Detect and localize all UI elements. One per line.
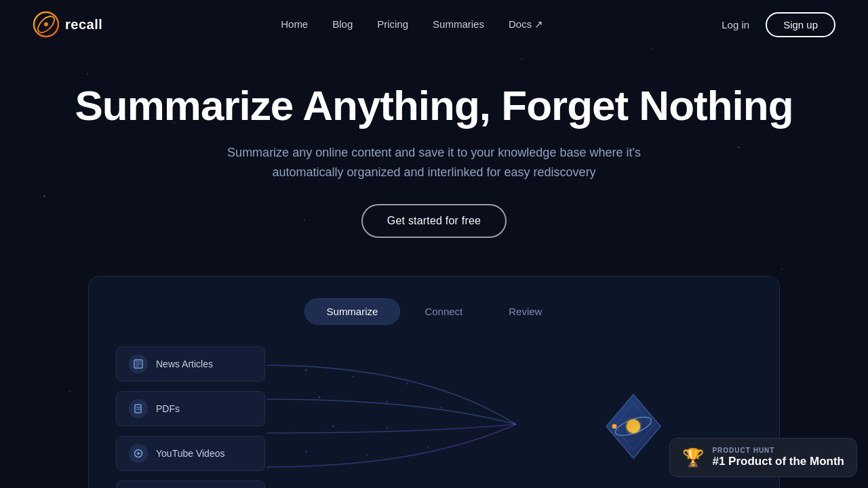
logo[interactable]: recall <box>33 11 102 38</box>
nav-item-blog[interactable]: Blog <box>332 18 353 30</box>
pdf-icon <box>129 399 148 418</box>
svg-marker-11 <box>138 451 141 455</box>
logo-text: recall <box>65 17 102 33</box>
list-item-pdfs: PDFs <box>116 391 265 426</box>
ph-label-bottom: #1 Product of the Month <box>712 455 844 468</box>
nav-links: Home Blog Pricing Summaries Docs ↗ <box>281 18 543 30</box>
svg-point-18 <box>387 401 389 403</box>
nav-right: Log in Sign up <box>722 12 835 37</box>
news-icon <box>129 354 148 373</box>
hero-section: Summarize Anything, Forget Nothing Summa… <box>0 49 868 260</box>
nav-item-summaries[interactable]: Summaries <box>433 18 484 30</box>
nav-item-pricing[interactable]: Pricing <box>377 18 408 30</box>
news-label: News Articles <box>156 359 213 369</box>
product-hunt-badge[interactable]: 🏆 PRODUCT HUNT #1 Product of the Month <box>669 438 857 477</box>
tab-summarize[interactable]: Summarize <box>304 298 401 325</box>
svg-point-15 <box>353 375 355 378</box>
logo-icon <box>33 11 60 38</box>
tab-review[interactable]: Review <box>487 298 564 325</box>
svg-point-2 <box>44 22 48 26</box>
youtube-icon <box>129 444 148 463</box>
ph-text: PRODUCT HUNT #1 Product of the Month <box>712 447 844 468</box>
svg-point-17 <box>319 396 321 398</box>
hero-headline: Summarize Anything, Forget Nothing <box>27 81 841 129</box>
nav-item-docs[interactable]: Docs ↗ <box>509 18 543 30</box>
svg-point-20 <box>332 425 334 427</box>
svg-rect-7 <box>135 405 141 413</box>
content-items-list: News Articles PDFs <box>116 346 279 488</box>
cta-button[interactable]: Get started for free <box>361 204 507 238</box>
navigation: recall Home Blog Pricing Summaries Docs … <box>0 0 868 49</box>
login-button[interactable]: Log in <box>722 19 749 30</box>
pdfs-label: PDFs <box>156 403 180 414</box>
demo-tabs: Summarize Connect Review <box>116 298 752 325</box>
svg-point-23 <box>366 453 368 455</box>
youtube-label: YouTube Videos <box>156 448 224 459</box>
tab-connect[interactable]: Connect <box>403 298 484 325</box>
svg-point-16 <box>407 382 409 384</box>
signup-button[interactable]: Sign up <box>766 12 835 37</box>
hero-subheadline: Summarize any online content and save it… <box>203 143 665 182</box>
list-item-youtube: YouTube Videos <box>116 436 265 471</box>
svg-point-29 <box>612 424 617 428</box>
svg-point-24 <box>427 445 429 447</box>
svg-point-22 <box>305 450 307 452</box>
central-node <box>596 389 671 466</box>
nav-item-home[interactable]: Home <box>281 18 308 30</box>
ph-label-top: PRODUCT HUNT <box>712 447 844 454</box>
list-item-podcasts: Podcasts <box>116 481 265 488</box>
svg-point-14 <box>305 369 307 371</box>
trophy-icon: 🏆 <box>682 447 704 468</box>
list-item-news: News Articles <box>116 346 265 382</box>
demo-visualization: News Articles PDFs <box>116 346 752 488</box>
svg-point-19 <box>441 406 443 408</box>
svg-point-28 <box>627 420 640 433</box>
svg-point-21 <box>387 426 389 428</box>
